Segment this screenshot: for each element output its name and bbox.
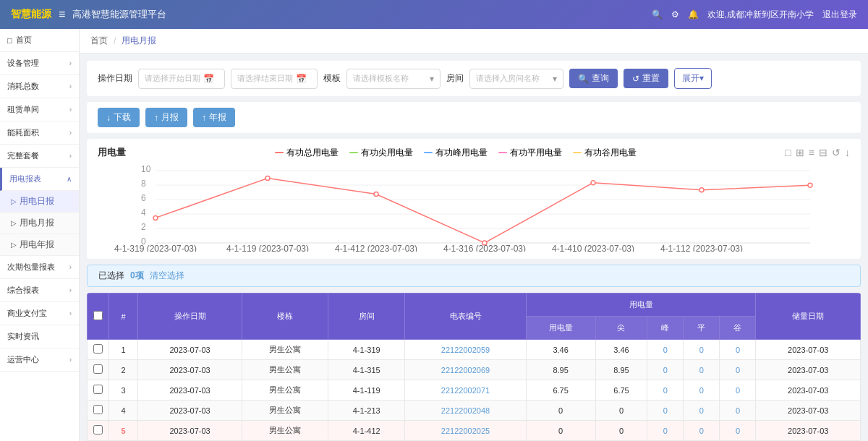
- row-meter[interactable]: 22122002069: [405, 360, 526, 380]
- calendar-icon-2: 📅: [296, 74, 307, 84]
- row-meter[interactable]: 22122002048: [405, 401, 526, 421]
- sidebar-item-energy[interactable]: 能耗面积 ›: [0, 121, 79, 145]
- th-meter: 电表编号: [405, 294, 526, 340]
- row-date: 2023-07-03: [137, 421, 242, 441]
- breadcrumb-home[interactable]: 首页: [90, 35, 108, 47]
- sidebar-sub-yearly[interactable]: ▷ 用电年报: [0, 234, 79, 256]
- row-valley: 0: [720, 401, 756, 421]
- download-icon: ↓: [106, 113, 111, 123]
- sidebar-sub-monthly[interactable]: ▷ 用电月报: [0, 213, 79, 234]
- row-upper: 0: [647, 340, 684, 360]
- search-button[interactable]: 🔍 查询: [569, 69, 618, 88]
- sidebar-item-operations[interactable]: 运营中心 ›: [0, 348, 79, 372]
- svg-text:4-1-112 (2023-07-03): 4-1-112 (2023-07-03): [660, 244, 743, 252]
- chart-btn-1[interactable]: □: [785, 147, 791, 158]
- sidebar-item-home[interactable]: □ 首页: [0, 29, 79, 52]
- menu-icon[interactable]: ≡: [59, 8, 65, 21]
- th-valley: 谷: [720, 317, 756, 340]
- logout-link[interactable]: 退出登录: [822, 9, 857, 21]
- row-mid: 0: [684, 340, 720, 360]
- date-end-placeholder: 请选择结束日期: [237, 73, 293, 84]
- settings-icon[interactable]: ⚙: [671, 9, 679, 20]
- chart-btn-4[interactable]: ⊟: [819, 147, 827, 158]
- sidebar-item-package[interactable]: 完整套餐 ›: [0, 145, 79, 168]
- row-meter[interactable]: 22122002071: [405, 380, 526, 401]
- month-report-button[interactable]: ↑ 月报: [145, 108, 187, 127]
- sidebar-item-comprehensive[interactable]: 综合报表 ›: [0, 279, 79, 302]
- row-id: 2: [109, 360, 138, 380]
- chart-btn-3[interactable]: ≡: [809, 147, 814, 158]
- sidebar-item-consumption[interactable]: 消耗总数 ›: [0, 75, 79, 98]
- legend-label-peak2: 有功峰用电量: [435, 147, 488, 159]
- row-checkbox[interactable]: [88, 401, 109, 421]
- breadcrumb-current: 用电月报: [122, 35, 156, 47]
- row-mid: 0: [684, 401, 720, 421]
- row-checkbox[interactable]: [88, 421, 109, 441]
- expand-button[interactable]: 展开▾: [674, 68, 712, 89]
- row-checkbox[interactable]: [88, 340, 109, 360]
- row-valley: 0: [720, 340, 756, 360]
- room-select[interactable]: 请选择入房间名称 ▾: [469, 69, 563, 89]
- th-room: 房间: [328, 294, 405, 340]
- chart-btn-5[interactable]: ↺: [832, 147, 841, 158]
- template-select[interactable]: 请选择模板名称 ▾: [346, 69, 441, 89]
- th-date: 操作日期: [137, 294, 242, 340]
- search-btn-label: 查询: [592, 72, 609, 85]
- sidebar-item-electricity[interactable]: 用电报表 ∧: [0, 168, 79, 191]
- sidebar: □ 首页 设备管理 › 消耗总数 › 租赁单间 › 能耗面积 › 完整套餐 › …: [0, 29, 80, 441]
- notification-icon[interactable]: 🔔: [688, 9, 699, 20]
- home-icon: □: [7, 36, 12, 45]
- row-peak1: 0: [595, 401, 647, 421]
- row-checkbox[interactable]: [88, 380, 109, 401]
- date-end-picker[interactable]: 请选择结束日期 📅: [231, 69, 318, 89]
- row-upper: 0: [647, 401, 684, 421]
- row-usage: 3.46: [526, 340, 595, 360]
- row-usage: 8.95: [526, 360, 595, 380]
- year-label: 年报: [209, 111, 226, 124]
- sidebar-sub-daily[interactable]: ▷ 用电日报: [0, 191, 79, 213]
- sidebar-item-alipay[interactable]: 商业支付宝 ›: [0, 302, 79, 325]
- sidebar-item-device[interactable]: 设备管理 ›: [0, 52, 79, 75]
- sidebar-label-electricity: 用电报表: [9, 174, 41, 184]
- search-icon[interactable]: 🔍: [652, 9, 663, 20]
- reset-button[interactable]: ↺ 重置: [624, 69, 668, 88]
- date-start-picker[interactable]: 请选择开始日期 📅: [138, 69, 225, 89]
- legend-dot-peak1: [349, 152, 358, 153]
- chart-btn-2[interactable]: ⊞: [796, 147, 804, 158]
- sidebar-item-rental[interactable]: 租赁单间 ›: [0, 98, 79, 121]
- row-building: 男生公寓: [242, 401, 328, 421]
- user-text: 欢迎,成都冲新到区开南小学: [707, 9, 814, 21]
- sidebar-label-energy: 能耗面积: [7, 127, 39, 138]
- template-filter-label: 模板: [323, 72, 341, 85]
- clear-selection[interactable]: 清空选择: [150, 270, 184, 282]
- monthly-label: 用电月报: [20, 217, 54, 229]
- th-usage: 用电量: [526, 317, 595, 340]
- month-label: 月报: [161, 111, 179, 124]
- legend-label-total: 有功总用电量: [286, 147, 339, 159]
- sidebar-item-realtime[interactable]: 实时资讯: [0, 325, 79, 348]
- svg-text:4-1-119 (2023-07-03): 4-1-119 (2023-07-03): [226, 244, 309, 252]
- legend-dot-flat: [498, 152, 507, 153]
- chart-btn-6[interactable]: ↓: [845, 147, 850, 158]
- th-usage-group: 用电量: [526, 294, 756, 317]
- sidebar-item-period[interactable]: 次期包量报表 ›: [0, 256, 79, 279]
- dropdown-icon-2: ▾: [553, 74, 557, 84]
- th-building: 楼栋: [242, 294, 328, 340]
- svg-text:4: 4: [141, 207, 146, 218]
- svg-point-14: [374, 192, 378, 197]
- download-button[interactable]: ↓ 下载: [98, 108, 140, 127]
- dropdown-icon: ▾: [430, 74, 434, 84]
- row-upper: 0: [647, 360, 684, 380]
- sidebar-label-period: 次期包量报表: [7, 262, 55, 273]
- row-meter[interactable]: 22122002059: [405, 340, 526, 360]
- chart-section: 用电量 有功总用电量 有功尖用电量 有功峰用电量: [87, 139, 861, 259]
- year-report-button[interactable]: ↑ 年报: [193, 108, 235, 127]
- sidebar-sub-electricity: ▷ 用电日报 ▷ 用电月报 ▷ 用电年报: [0, 191, 79, 256]
- download-label: 下载: [114, 111, 131, 124]
- select-all-checkbox[interactable]: [93, 311, 103, 320]
- chevron-icon-8: ›: [69, 286, 72, 294]
- chart-header: 用电量 有功总用电量 有功尖用电量 有功峰用电量: [98, 146, 850, 159]
- row-checkbox[interactable]: [88, 360, 109, 380]
- row-meter[interactable]: 22122002025: [405, 421, 526, 441]
- th-checkbox[interactable]: [88, 294, 109, 340]
